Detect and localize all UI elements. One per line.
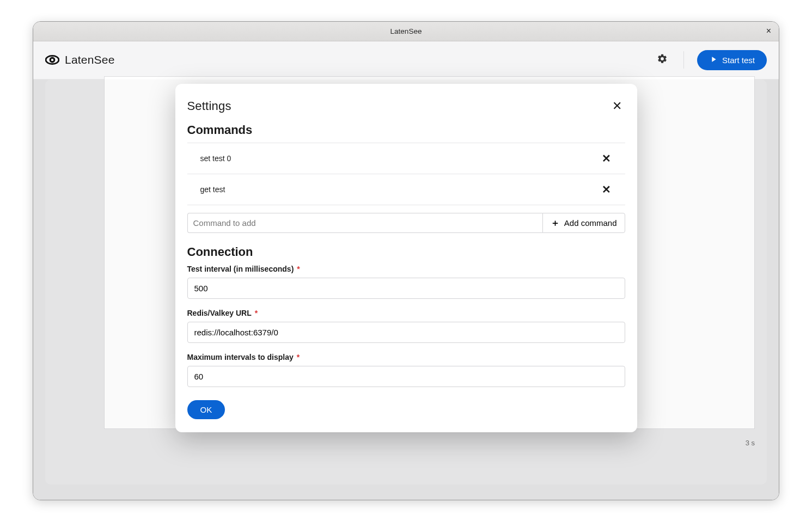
settings-modal: Settings ✕ Commands set test 0 ✕ get tes… — [175, 84, 637, 432]
plus-icon: ＋ — [551, 217, 560, 229]
close-icon: ✕ — [602, 152, 611, 164]
max-intervals-input[interactable] — [187, 366, 625, 387]
add-command-button[interactable]: ＋ Add command — [542, 213, 625, 233]
titlebar: LatenSee × — [33, 22, 779, 41]
test-interval-input[interactable] — [187, 278, 625, 299]
app-brand: LatenSee — [65, 53, 115, 66]
app-header: LatenSee Start test — [33, 41, 779, 79]
command-row: set test 0 ✕ — [187, 143, 625, 174]
header-divider — [683, 51, 684, 69]
window-close-icon[interactable]: × — [764, 24, 773, 38]
field-label-text: Test interval (in milliseconds) — [187, 265, 294, 273]
field-label-text: Redis/Valkey URL — [187, 309, 252, 317]
close-icon: ✕ — [612, 99, 622, 113]
field-redis-url: Redis/Valkey URL * — [187, 309, 625, 343]
ok-button[interactable]: OK — [187, 400, 225, 419]
command-row: get test ✕ — [187, 174, 625, 205]
close-icon: ✕ — [602, 183, 611, 195]
redis-url-input[interactable] — [187, 322, 625, 343]
commands-heading: Commands — [187, 123, 625, 137]
start-test-label: Start test — [722, 56, 755, 65]
command-text: get test — [200, 185, 225, 194]
eye-logo-icon — [45, 53, 59, 67]
gear-icon — [657, 53, 668, 66]
svg-rect-2 — [51, 59, 53, 61]
ok-label: OK — [200, 405, 212, 414]
add-command-label: Add command — [564, 218, 617, 228]
required-marker: * — [297, 353, 300, 361]
main-area: 3 s Settings ✕ Commands set test 0 ✕ — [33, 79, 779, 500]
commands-list: set test 0 ✕ get test ✕ — [187, 143, 625, 205]
required-marker: * — [255, 309, 258, 317]
play-icon — [709, 55, 718, 65]
modal-overlay: Settings ✕ Commands set test 0 ✕ get tes… — [33, 79, 779, 500]
add-command-row: ＋ Add command — [187, 213, 625, 233]
application-window: LatenSee × LatenSee — [33, 21, 779, 500]
command-text: set test 0 — [200, 154, 231, 163]
start-test-button[interactable]: Start test — [697, 50, 767, 70]
remove-command-button[interactable]: ✕ — [599, 183, 614, 196]
field-label-text: Maximum intervals to display — [187, 353, 294, 361]
required-marker: * — [297, 265, 300, 273]
modal-title: Settings — [187, 99, 231, 113]
settings-button[interactable] — [654, 52, 670, 68]
app-logo: LatenSee — [45, 53, 115, 67]
window-title: LatenSee — [390, 27, 422, 35]
connection-heading: Connection — [187, 245, 625, 259]
remove-command-button[interactable]: ✕ — [599, 152, 614, 165]
field-max-intervals: Maximum intervals to display * — [187, 353, 625, 387]
field-test-interval: Test interval (in milliseconds) * — [187, 265, 625, 299]
modal-close-button[interactable]: ✕ — [609, 98, 625, 114]
add-command-input[interactable] — [187, 213, 542, 233]
